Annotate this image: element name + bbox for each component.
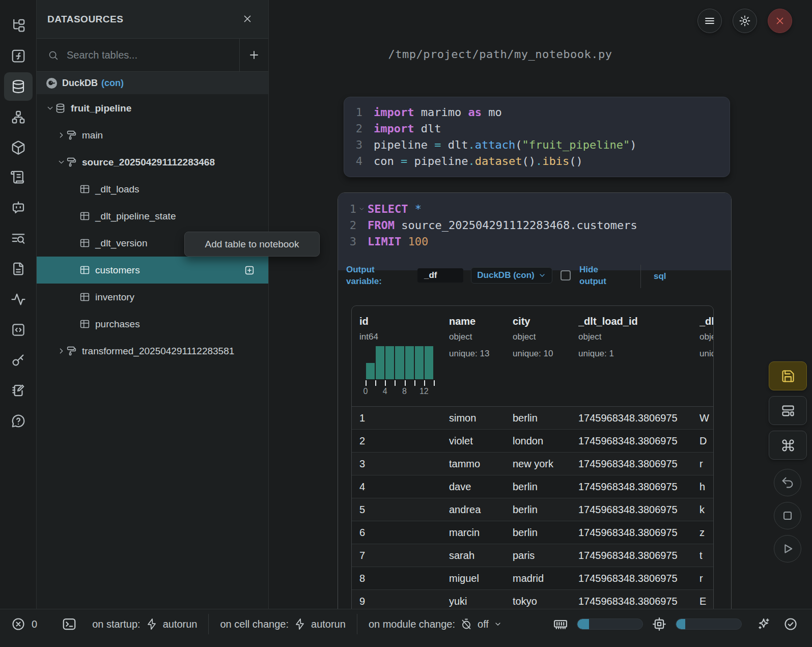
table-row[interactable]: 2violetlondon1745968348.3806975D (352, 430, 713, 453)
settings-button[interactable] (733, 9, 757, 33)
rail-documentation-button[interactable] (4, 255, 33, 283)
output-variable-input[interactable]: _df (417, 268, 463, 283)
hist-bar (385, 346, 395, 379)
tree-item-customers[interactable]: customers (37, 257, 268, 284)
table-cell: paris (513, 550, 578, 561)
tree-item-inventory[interactable]: inventory (37, 284, 268, 311)
menu-button[interactable] (697, 9, 722, 33)
schema-tree: fruit_pipelinemainsource_202504291112283… (37, 95, 268, 364)
table-row[interactable]: 4daveberlin1745968348.3806975h (352, 475, 713, 498)
table-row[interactable]: 3tammonew york1745968348.3806975r (352, 453, 713, 475)
rail-secrets-button[interactable] (4, 346, 33, 374)
column-header-_dlt_id[interactable]: _dlt_idobjectunique: 13 (699, 316, 713, 406)
close-app-icon (774, 15, 786, 26)
ai-sparkles-icon[interactable] (757, 617, 771, 631)
tree-item-transformed_202504291112283581[interactable]: transformed_202504291112283581 (37, 337, 268, 364)
rail-snippets-button[interactable] (4, 316, 33, 344)
datasources-panel: DATASOURCES DuckDB (con) fruit_pipelinem… (37, 0, 269, 609)
engine-select[interactable]: DuckDB (con) (471, 267, 552, 284)
schema-icon (66, 346, 77, 356)
close-app-button[interactable] (768, 9, 792, 33)
schema-icon (66, 130, 77, 140)
column-header-name[interactable]: nameobjectunique: 13 (449, 316, 513, 406)
tree-item-label: _dlt_loads (95, 184, 139, 195)
hist-bar (366, 363, 375, 380)
box-icon (11, 140, 26, 155)
table-row[interactable]: 1simonberlin1745968348.3806975W (352, 407, 713, 430)
panel-title: DATASOURCES (47, 14, 123, 25)
chevron-right-icon[interactable] (56, 131, 66, 139)
hide-output-label: Hide output (579, 264, 616, 288)
rail-packages-button[interactable] (4, 133, 33, 162)
search-icon (48, 50, 59, 61)
add-datasource-button[interactable] (239, 39, 268, 71)
python-cell[interactable]: 1import marimo as mo2import dlt3pipeline… (344, 97, 730, 177)
health-check-icon[interactable] (783, 617, 798, 631)
rail-help-button[interactable] (4, 407, 33, 435)
tree-item-_dlt_loads[interactable]: _dlt_loads (37, 176, 268, 203)
table-cell: 3 (359, 458, 449, 470)
rail-logs-button[interactable] (4, 224, 33, 253)
table-row[interactable]: 5andreaberlin1745968348.3806975k (352, 498, 713, 521)
tree-item-main[interactable]: main (37, 122, 268, 149)
ram-icon (553, 616, 568, 632)
tree-item-source_202504291112283468[interactable]: source_202504291112283468 (37, 149, 268, 176)
rail-variables-button[interactable] (4, 42, 33, 70)
hist-tick-label: 12 (419, 387, 429, 396)
sql-editor[interactable]: 1SELECT *2FROM source_202504291112283468… (338, 193, 731, 270)
add-table-to-notebook-icon[interactable] (244, 265, 255, 276)
table-cell: 9 (359, 596, 449, 607)
activity-icon (11, 292, 26, 307)
search-input[interactable] (67, 49, 239, 61)
chevron-down-icon[interactable] (56, 158, 66, 166)
table-row[interactable]: 6marcinberlin1745968348.3806975z (352, 521, 713, 544)
chevron-right-icon[interactable] (56, 347, 66, 355)
rail-tracing-button[interactable] (4, 285, 33, 314)
table-cell: 6 (359, 527, 449, 539)
panel-header: DATASOURCES (37, 0, 268, 39)
column-header-_dlt_load_id[interactable]: _dlt_load_idobjectunique: 1 (578, 316, 699, 406)
layout-button[interactable] (769, 396, 807, 425)
table-cell: 5 (359, 504, 449, 516)
rail-chat-button[interactable] (4, 193, 33, 222)
tree-item-purchases[interactable]: purchases (37, 311, 268, 337)
column-header-id[interactable]: idint6404812 (359, 316, 449, 406)
rail-scratchpad-button[interactable] (4, 376, 33, 405)
circle-x-icon (11, 617, 25, 631)
database-icon (55, 103, 66, 114)
table-cell: 1 (359, 412, 449, 424)
duckdb-logo-icon (46, 77, 58, 89)
run-button[interactable] (774, 535, 801, 562)
table-row[interactable]: 8miguelmadrid1745968348.3806975r (352, 567, 713, 590)
connection-row[interactable]: DuckDB (con) (37, 72, 268, 94)
hist-tick-label: 8 (402, 387, 407, 396)
close-panel-icon[interactable] (242, 13, 253, 24)
rail-outline-button[interactable] (4, 163, 33, 191)
fold-chevron-icon[interactable] (358, 206, 365, 212)
database-icon (11, 79, 26, 94)
error-indicator[interactable]: 0 (11, 617, 37, 631)
search-row (37, 39, 268, 72)
mode-on-module-change[interactable]: on module change:off (369, 618, 502, 630)
keyboard-shortcuts-button[interactable] (769, 431, 807, 460)
table-row[interactable]: 7sarahparis1745968348.3806975t (352, 544, 713, 567)
rail-file-explorer-button[interactable] (4, 11, 33, 40)
save-button[interactable] (769, 361, 807, 390)
mode-on-startup[interactable]: on startup:autorun (92, 618, 197, 630)
column-header-city[interactable]: cityobjectunique: 10 (513, 316, 578, 406)
tree-item-_dlt_pipeline_state[interactable]: _dlt_pipeline_state (37, 203, 268, 230)
chevron-down-icon[interactable] (45, 104, 55, 112)
undo-icon (780, 475, 795, 490)
tree-item-fruit_pipeline[interactable]: fruit_pipeline (37, 95, 268, 122)
hist-bar (424, 346, 434, 379)
hide-output-checkbox[interactable] (561, 270, 571, 280)
mode-on-cell-change[interactable]: on cell change:autorun (220, 618, 345, 630)
stop-button[interactable] (774, 502, 801, 529)
undo-button[interactable] (774, 469, 801, 496)
terminal-icon[interactable] (62, 616, 77, 632)
code-line: 2import dlt (344, 121, 730, 137)
tree-item-label: purchases (95, 319, 140, 330)
id-histogram: 04812 (366, 346, 434, 393)
rail-datasources-button[interactable] (4, 72, 33, 101)
rail-dependencies-button[interactable] (4, 103, 33, 131)
